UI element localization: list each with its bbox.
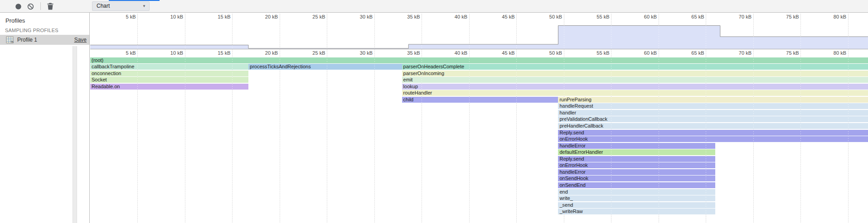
profiles-sidebar: Profiles SAMPLING PROFILES % Profile 1 S…: [0, 13, 90, 223]
flame-bar[interactable]: Socket: [90, 77, 248, 83]
ruler-tick-label: 60 kB: [630, 50, 657, 56]
flame-bar[interactable]: Reply.send: [558, 156, 715, 162]
ruler-tick-label: 40 kB: [440, 50, 467, 56]
flame-bar[interactable]: handleRequest: [558, 103, 868, 109]
flame-bar[interactable]: end: [558, 189, 715, 195]
flame-bar[interactable]: write_: [558, 195, 715, 201]
ruler-tick-label: 10 kB: [156, 14, 183, 19]
ruler-tick-label: 50 kB: [535, 50, 562, 56]
flame-bar[interactable]: parserOnHeadersComplete: [402, 64, 868, 70]
flame-ruler: 5 kB10 kB15 kB20 kB25 kB30 kB35 kB40 kB4…: [90, 50, 868, 57]
overview-baseline: [90, 49, 868, 49]
flame-bar[interactable]: _writeRaw: [558, 209, 715, 214]
save-profile-link[interactable]: Save: [74, 37, 87, 43]
sampling-profiles-section-header: SAMPLING PROFILES: [5, 28, 58, 33]
ruler-tick-label: 60 kB: [630, 14, 657, 19]
view-mode-select[interactable]: Chart ▼: [92, 1, 150, 11]
ruler-tick-label: 45 kB: [488, 14, 515, 19]
ruler-tick-label: 50 kB: [535, 14, 562, 19]
ruler-tick-label: 80 kB: [819, 50, 846, 56]
chevron-down-icon: ▼: [142, 4, 146, 9]
ruler-tick-label: 5 kB: [109, 14, 136, 19]
flame-bar[interactable]: Readable.on: [90, 84, 248, 90]
flame-bar[interactable]: preHandlerCallback: [558, 123, 868, 129]
flame-bar[interactable]: processTicksAndRejections: [248, 64, 402, 70]
sidebar-scrollbar-track[interactable]: [73, 46, 77, 223]
flame-bar[interactable]: callbackTrampoline: [90, 64, 248, 70]
clear-button[interactable]: [27, 3, 34, 10]
ruler-tick-label: 10 kB: [156, 50, 183, 56]
flame-bar[interactable]: emit: [402, 77, 868, 83]
flame-bar[interactable]: handleError: [558, 143, 715, 149]
ruler-tick-label: 5 kB: [109, 50, 136, 56]
flame-bar[interactable]: runPreParsing: [558, 97, 868, 103]
flame-bar[interactable]: handler: [558, 110, 868, 116]
flame-bar[interactable]: child: [402, 97, 558, 103]
overview-ruler: 5 kB10 kB15 kB20 kB25 kB30 kB35 kB40 kB4…: [90, 14, 868, 20]
ruler-tick-label: 15 kB: [204, 50, 231, 56]
ruler-tick-label: 40 kB: [440, 14, 467, 19]
flame-bar[interactable]: routeHandler: [402, 90, 868, 96]
profile-icon: %: [6, 36, 14, 45]
ruler-tick-label: 25 kB: [298, 50, 325, 56]
ruler-tick-label: 75 kB: [772, 50, 799, 56]
flame-rows: (root)callbackTrampolineprocessTicksAndR…: [90, 13, 868, 223]
flame-bar[interactable]: parserOnIncoming: [402, 71, 868, 76]
ruler-tick-label: 65 kB: [677, 50, 704, 56]
ruler-tick-label: 80 kB: [819, 14, 846, 19]
ruler-tick-label: 35 kB: [393, 50, 420, 56]
ruler-tick-label: 55 kB: [582, 14, 610, 19]
flame-bar[interactable]: onErrorHook: [558, 136, 868, 142]
delete-profile-button[interactable]: [47, 3, 54, 9]
ruler-tick-label: 20 kB: [251, 50, 278, 56]
trash-icon: [47, 3, 53, 10]
ruler-tick-label: 15 kB: [204, 14, 231, 19]
ruler-tick-label: 20 kB: [251, 14, 278, 19]
profiler-app: Chart ▼ Profiles SAMPLING PROFILES % Pro…: [0, 0, 868, 223]
flame-bar[interactable]: onconnection: [90, 71, 248, 76]
ruler-tick-label: 75 kB: [772, 14, 799, 19]
record-icon: [15, 3, 22, 10]
flame-bar[interactable]: handleError: [558, 169, 715, 175]
flame-bar[interactable]: defaultErrorHandler: [558, 149, 715, 155]
flame-bar[interactable]: preValidationCallback: [558, 116, 868, 122]
flame-bar[interactable]: Reply.send: [558, 130, 868, 136]
ruler-tick-label: 70 kB: [724, 50, 752, 56]
flame-bar[interactable]: (root): [90, 57, 868, 63]
clear-icon: [27, 3, 34, 10]
toolbar: Chart ▼: [0, 0, 868, 13]
ruler-tick-label: 45 kB: [488, 50, 515, 56]
ruler-tick-label: 25 kB: [298, 14, 325, 19]
ruler-tick-label: 30 kB: [345, 14, 373, 19]
active-tab-underline: [109, 0, 160, 1]
record-button[interactable]: [15, 3, 22, 10]
ruler-tick-label: 30 kB: [345, 50, 373, 56]
flame-chart-pane: 5 kB10 kB15 kB20 kB25 kB30 kB35 kB40 kB4…: [90, 13, 868, 223]
svg-text:%: %: [10, 40, 13, 43]
flame-bar[interactable]: _send: [558, 202, 715, 208]
flame-bar[interactable]: onErrorHook: [558, 162, 715, 168]
ruler-tick-label: 35 kB: [393, 14, 420, 19]
ruler-tick-label: 65 kB: [677, 14, 704, 19]
profile-name: Profile 1: [17, 37, 37, 43]
view-mode-value: Chart: [97, 3, 110, 9]
ruler-tick-label: 70 kB: [724, 14, 752, 19]
toolbar-divider: [40, 2, 41, 10]
ruler-tick-label: 55 kB: [582, 50, 610, 56]
flame-bar[interactable]: onSendHook: [558, 176, 715, 181]
sidebar-item-profile-1[interactable]: % Profile 1 Save: [0, 35, 89, 45]
sidebar-title: Profiles: [5, 17, 25, 24]
flame-bar[interactable]: lookup: [402, 84, 868, 90]
flame-bar[interactable]: onSendEnd: [558, 182, 715, 188]
